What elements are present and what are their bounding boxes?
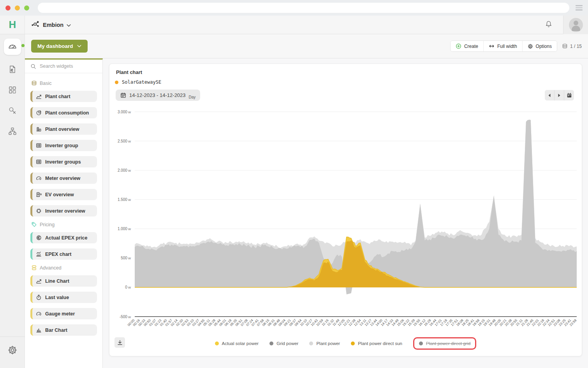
legend-label: Plant power direct grid (426, 341, 470, 346)
legend-dot (215, 342, 219, 345)
nav-rail (0, 34, 25, 368)
dashboard-page-indicator[interactable]: 1 / 15 (562, 43, 582, 49)
browser-chrome (0, 0, 588, 16)
meter-icon (36, 175, 42, 181)
widget-card-label: Inverter group (45, 143, 78, 148)
sidebar-item-billing[interactable] (8, 65, 17, 76)
url-bar[interactable] (38, 3, 569, 13)
widget-card-label: Meter overview (45, 176, 80, 181)
search-icon (30, 63, 36, 69)
calendar-icon (120, 92, 126, 98)
legend-item-actual-solar-power[interactable]: Actual solar power (215, 341, 259, 346)
sidebar-item-widgets[interactable] (8, 85, 17, 96)
avatar (569, 18, 583, 32)
widget-section-label-pricing: Pricing (31, 222, 97, 227)
widget-card-line-chart[interactable]: Line Chart (30, 275, 97, 287)
chart-plot-area[interactable]: 3.000W2.500W2.000W1.500W1.000W500W0W-500… (109, 106, 583, 340)
legend-dot (419, 342, 423, 345)
options-button[interactable]: Options (523, 41, 557, 51)
widget-card-ev-overview[interactable]: EV overview (30, 189, 97, 200)
widget-card-meter-overview[interactable]: Meter overview (30, 173, 97, 184)
next-period-button[interactable] (555, 90, 564, 100)
plant-chart-widget: Plant chart SolarGatewaySE 14-12-2023 - … (109, 63, 582, 356)
ev-charger-icon (36, 192, 42, 197)
widget-card-label: Last value (45, 295, 69, 300)
gear-icon (528, 44, 533, 49)
widget-card-inverter-overview[interactable]: Inverter overview (30, 205, 97, 217)
dashboard-selector-label: My dashboard (37, 43, 73, 49)
widget-card-actual-epex-price[interactable]: Actual EPEX price (30, 232, 97, 243)
widget-card-plant-consumption[interactable]: Plant consumption (30, 107, 97, 118)
dashboard-selector-button[interactable]: My dashboard (31, 40, 88, 53)
widget-card-label: Line Chart (45, 278, 69, 284)
options-button-label: Options (536, 44, 552, 49)
legend-item-grid-power[interactable]: Grid power (269, 341, 298, 346)
org-graph-icon (31, 20, 40, 30)
svg-text:2.000W: 2.000W (118, 168, 131, 173)
widget-card-last-value[interactable]: Last value (30, 292, 97, 303)
widget-card-plant-overview[interactable]: Plant overview (30, 123, 97, 135)
arrows-horizontal-icon (489, 43, 495, 49)
device-legend[interactable]: SolarGatewaySE (115, 79, 161, 85)
browser-menu-icon[interactable] (576, 5, 583, 10)
legend-dot (269, 342, 273, 345)
device-name: SolarGatewaySE (122, 79, 161, 85)
device-status-dot (115, 81, 118, 84)
layers-icon (562, 43, 568, 49)
full-width-button-label: Full width (497, 44, 517, 49)
chevron-down-icon[interactable] (67, 21, 71, 28)
legend-item-plant-power-direct-grid[interactable]: Plant power direct grid (419, 341, 470, 346)
calendar-today-icon (567, 93, 572, 98)
notifications-bell-icon[interactable] (534, 20, 563, 30)
chevron-down-icon (77, 45, 81, 48)
tag-icon (31, 222, 37, 227)
date-range-button[interactable]: 14-12-2023 - 14-12-2023 Day (116, 90, 200, 101)
minimize-window-button[interactable] (15, 5, 20, 11)
download-chart-button[interactable] (114, 337, 125, 348)
widget-card-gauge-meter[interactable]: Gauge meter (30, 308, 97, 319)
sidebar-item-api-keys[interactable] (8, 106, 17, 117)
annotation-highlight-box: Plant power direct grid (413, 337, 476, 350)
svg-text:0W: 0W (125, 285, 131, 289)
widget-list: BasicPlant chartPlant consumptionPlant o… (25, 73, 102, 345)
section-label: Basic (40, 81, 52, 86)
download-icon (117, 340, 123, 346)
legend-item-plant-power[interactable]: Plant power (309, 341, 340, 346)
sidebar-item-settings[interactable] (8, 337, 17, 368)
sidebar-item-dashboard[interactable] (4, 39, 21, 55)
user-menu[interactable] (563, 16, 588, 34)
legend-item-plant-power-direct-sun[interactable]: Plant power direct sun (351, 341, 402, 346)
widget-card-epex-chart[interactable]: EPEX chart (30, 248, 97, 260)
line-chart-icon (36, 278, 42, 284)
bar-chart-icon (36, 327, 42, 333)
meter-icon (36, 311, 42, 317)
widget-card-inverter-group[interactable]: Inverter group (30, 140, 97, 151)
previous-period-button[interactable] (545, 90, 555, 100)
widget-section-label-advanced: Advanced (31, 265, 97, 271)
toolbar-button-group: Create Full width Options (450, 40, 557, 52)
widget-card-inverter-groups[interactable]: Inverter groups (30, 156, 97, 167)
full-width-button[interactable]: Full width (484, 41, 523, 51)
maximize-window-button[interactable] (24, 5, 29, 11)
widget-search (25, 60, 102, 73)
widget-card-bar-chart[interactable]: Bar Chart (30, 324, 97, 336)
widget-title: Plant chart (116, 69, 142, 75)
app-logo[interactable]: H (0, 16, 25, 34)
org-selector[interactable]: Embion (43, 22, 63, 28)
sidebar-item-hierarchy[interactable] (8, 127, 17, 137)
logo-letter: H (9, 19, 16, 31)
date-granularity-label: Day (189, 95, 196, 101)
legend-dot (351, 342, 355, 345)
trend-chart-icon (36, 251, 42, 257)
svg-text:2.500W: 2.500W (118, 139, 131, 143)
chevron-right-icon (558, 93, 561, 97)
search-widgets-input[interactable] (40, 63, 102, 69)
widget-card-label: Plant chart (45, 94, 70, 99)
jump-to-today-button[interactable] (564, 90, 574, 100)
widget-card-plant-chart[interactable]: Plant chart (30, 91, 97, 102)
widget-card-label: Plant consumption (45, 110, 89, 116)
widget-card-label: Inverter overview (45, 208, 85, 214)
close-window-button[interactable] (5, 5, 11, 11)
create-widget-button[interactable]: Create (451, 41, 484, 51)
line-chart-icon (36, 93, 42, 99)
